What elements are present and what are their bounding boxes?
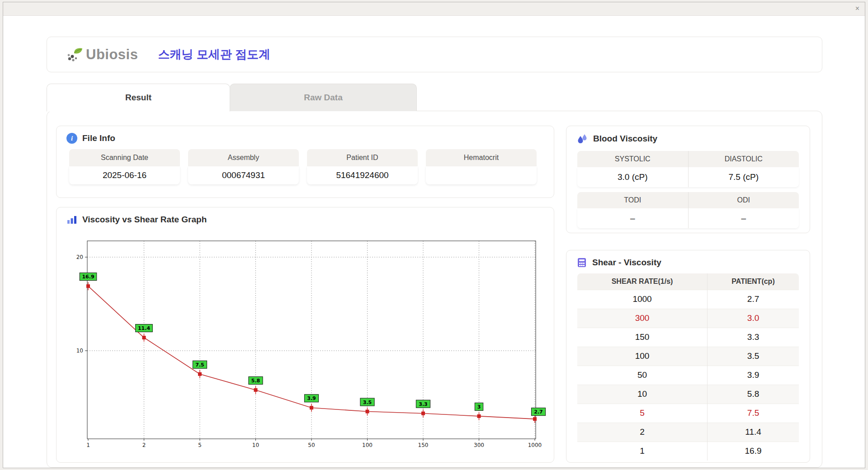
file-info-field: Patient ID51641924600 bbox=[307, 149, 418, 184]
table-row: 10002.7 bbox=[577, 290, 799, 309]
patient-cell: 5.8 bbox=[708, 385, 799, 404]
graph-title-row: Viscosity vs Shear Rate Graph bbox=[57, 207, 554, 230]
svg-text:3.5: 3.5 bbox=[363, 400, 372, 405]
blood-viscosity-label: ODI bbox=[688, 192, 799, 208]
patient-cell: 16.9 bbox=[708, 442, 799, 461]
blood-viscosity-card: Blood Viscosity SYSTOLICDIASTOLIC3.0 (cP… bbox=[566, 126, 810, 233]
field-label: Assembly bbox=[188, 149, 299, 166]
svg-text:16.9: 16.9 bbox=[82, 274, 94, 280]
svg-text:11.4: 11.4 bbox=[138, 325, 150, 331]
patient-cell: 7.5 bbox=[708, 404, 799, 423]
page-title: 스캐닝 모세관 점도계 bbox=[158, 47, 270, 62]
chart-marker bbox=[198, 372, 202, 376]
file-info-title-row: i File Info bbox=[57, 126, 554, 148]
svg-text:3: 3 bbox=[477, 404, 481, 410]
patient-cell: 2.7 bbox=[708, 290, 799, 309]
table-row: 503.9 bbox=[577, 366, 799, 385]
blood-viscosity-title: Blood Viscosity bbox=[593, 134, 657, 144]
file-info-fields: Scanning Date2025-06-16Assembly000674931… bbox=[57, 148, 554, 185]
blood-viscosity-value: 3.0 (cP) bbox=[577, 167, 688, 187]
chart-marker bbox=[477, 414, 481, 418]
field-value: 2025-06-16 bbox=[69, 166, 180, 184]
viscosity-chart: 12510501001503001000102016.911.47.55.83.… bbox=[59, 235, 550, 458]
shear-rate-cell: 5 bbox=[577, 404, 708, 423]
table-row: 3003.0 bbox=[577, 309, 799, 328]
blood-viscosity-label: DIASTOLIC bbox=[688, 151, 799, 167]
table-row: 57.5 bbox=[577, 404, 799, 423]
svg-text:20: 20 bbox=[76, 254, 83, 260]
patient-cell: 11.4 bbox=[708, 423, 799, 442]
info-icon: i bbox=[66, 133, 77, 144]
file-info-card: i File Info Scanning Date2025-06-16Assem… bbox=[56, 126, 554, 198]
bar-chart-icon bbox=[66, 214, 77, 225]
svg-text:2: 2 bbox=[142, 442, 146, 448]
svg-text:5: 5 bbox=[198, 442, 202, 448]
window-content: Ubiosis 스캐닝 모세관 점도계 Result Raw Data i Fi… bbox=[3, 16, 865, 468]
application-window: × Ubiosis 스캐닝 모세관 점도계 Result Raw Data bbox=[3, 2, 865, 468]
blood-viscosity-value-row: –– bbox=[577, 208, 799, 228]
graph-title: Viscosity vs Shear Rate Graph bbox=[82, 215, 207, 225]
svg-text:10: 10 bbox=[252, 442, 259, 448]
svg-text:10: 10 bbox=[76, 348, 83, 354]
patient-cell: 3.3 bbox=[708, 328, 799, 347]
shear-rate-cell: 300 bbox=[577, 309, 708, 328]
y-tick-labels: 1020 bbox=[76, 254, 83, 354]
blood-viscosity-value: 7.5 (cP) bbox=[688, 167, 799, 187]
shear-table-wrap: SHEAR RATE(1/s)PATIENT(cp)10002.73003.01… bbox=[566, 273, 810, 461]
svg-text:2.7: 2.7 bbox=[534, 409, 543, 415]
close-icon[interactable]: × bbox=[855, 4, 859, 13]
shear-rate-cell: 1000 bbox=[577, 290, 708, 309]
patient-cell: 3.0 bbox=[708, 309, 799, 328]
shear-rate-cell: 2 bbox=[577, 423, 708, 442]
tab-raw-data[interactable]: Raw Data bbox=[230, 84, 417, 111]
blood-viscosity-group: TODIODI–– bbox=[577, 192, 799, 228]
table-row: 1503.3 bbox=[577, 328, 799, 347]
chart-marker bbox=[366, 410, 369, 414]
svg-text:7.5: 7.5 bbox=[195, 362, 204, 368]
blood-viscosity-title-row: Blood Viscosity bbox=[566, 126, 810, 149]
field-value bbox=[426, 166, 537, 184]
table-row: 105.8 bbox=[577, 385, 799, 404]
logo-text: Ubiosis bbox=[86, 47, 138, 63]
grid-calculator-icon bbox=[576, 257, 587, 268]
patient-cell: 3.5 bbox=[708, 347, 799, 366]
shear-viscosity-card: Shear - Viscosity SHEAR RATE(1/s)PATIENT… bbox=[566, 250, 810, 463]
table-row: 116.9 bbox=[577, 442, 799, 461]
blood-viscosity-value: – bbox=[577, 208, 688, 228]
file-info-title: File Info bbox=[82, 133, 115, 143]
blood-viscosity-label-row: TODIODI bbox=[577, 192, 799, 208]
shear-viscosity-title: Shear - Viscosity bbox=[592, 258, 661, 268]
shear-rate-cell: 1 bbox=[577, 442, 708, 461]
file-info-field: Scanning Date2025-06-16 bbox=[69, 149, 180, 184]
tab-result[interactable]: Result bbox=[47, 84, 230, 112]
table-row: 1003.5 bbox=[577, 347, 799, 366]
file-info-field: Assembly000674931 bbox=[188, 149, 299, 184]
svg-text:5.8: 5.8 bbox=[251, 378, 260, 384]
chart-marker bbox=[310, 406, 313, 409]
shear-rate-cell: 50 bbox=[577, 366, 708, 385]
ubiosis-logo: Ubiosis bbox=[65, 47, 138, 63]
tab-bar: Result Raw Data bbox=[47, 84, 417, 112]
column-header: PATIENT(cp) bbox=[708, 273, 799, 290]
svg-text:50: 50 bbox=[308, 442, 315, 448]
field-value: 51641924600 bbox=[307, 166, 418, 184]
graph-card: Viscosity vs Shear Rate Graph 1251050100… bbox=[56, 207, 554, 463]
file-info-field: Hematocrit bbox=[426, 149, 537, 184]
chart-marker bbox=[421, 412, 425, 415]
blood-viscosity-label: TODI bbox=[577, 192, 688, 208]
svg-text:3.3: 3.3 bbox=[419, 401, 428, 407]
content-panel: i File Info Scanning Date2025-06-16Assem… bbox=[47, 111, 822, 468]
x-tick-labels: 12510501001503001000 bbox=[86, 442, 542, 448]
shear-table-header-row: SHEAR RATE(1/s)PATIENT(cp) bbox=[577, 273, 799, 290]
chart-marker bbox=[254, 388, 258, 392]
svg-text:1: 1 bbox=[86, 442, 90, 448]
svg-text:1000: 1000 bbox=[528, 442, 542, 448]
shear-rate-cell: 150 bbox=[577, 328, 708, 347]
field-label: Patient ID bbox=[307, 149, 418, 166]
logo-leaf-dots-icon bbox=[65, 47, 83, 63]
chart-marker bbox=[86, 284, 90, 288]
field-value: 000674931 bbox=[188, 166, 299, 184]
blood-viscosity-label-row: SYSTOLICDIASTOLIC bbox=[577, 151, 799, 167]
column-header: SHEAR RATE(1/s) bbox=[577, 273, 708, 290]
blood-viscosity-label: SYSTOLIC bbox=[577, 151, 688, 167]
